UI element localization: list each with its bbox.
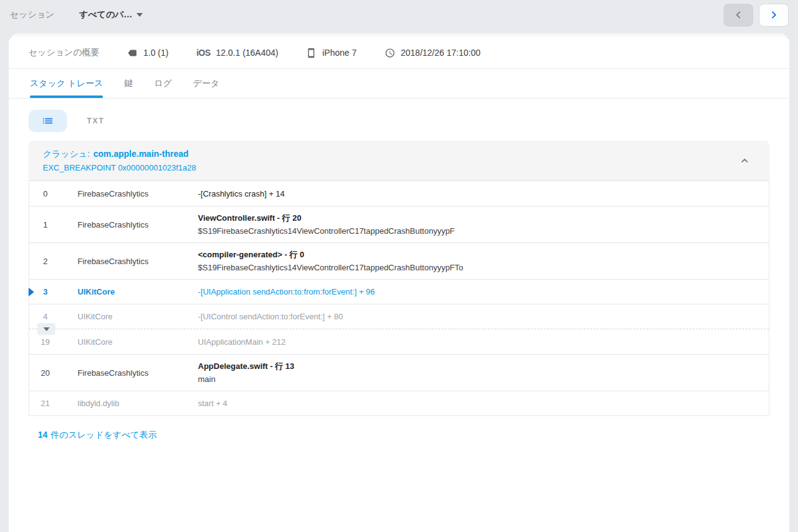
frame-subtitle: $S19FirebaseCrashlytics14ViewControllerC… (198, 262, 759, 273)
frame-library: FirebaseCrashlytics (61, 189, 177, 198)
next-session-button[interactable] (759, 4, 789, 27)
stack-frame-row: 20 FirebaseCrashlytics AppDelegate.swift… (29, 354, 769, 391)
frame-detail: -[UIApplication sendAction:to:from:forEv… (177, 280, 769, 303)
clock-icon (385, 48, 395, 58)
frame-index: 0 (29, 189, 61, 198)
stack-frame-row: 1 FirebaseCrashlytics ViewController.swi… (29, 206, 769, 242)
frame-library: FirebaseCrashlytics (61, 220, 177, 229)
frame-index: 1 (29, 220, 61, 229)
timestamp-badge: 2018/12/26 17:10:00 (385, 48, 480, 58)
ios-logo-icon: iOS (196, 48, 210, 58)
device-value: iPhone 7 (322, 48, 356, 58)
frame-subtitle: main (198, 374, 759, 384)
app-version-badge: 1.0 (1) (127, 48, 168, 58)
list-icon (42, 115, 54, 127)
crash-header: クラッシュ:com.apple.main-thread EXC_BREAKPOI… (29, 141, 769, 180)
os-version-badge: iOS 12.0.1 (16A404) (196, 48, 278, 58)
session-card: セッションの概要 1.0 (1) iOS 12.0.1 (16A404) iPh… (9, 37, 789, 532)
show-all-threads-link[interactable]: 14件のスレッドをすべて表示 (38, 430, 157, 441)
crashlytics-session-page: セッション すべてのバ… セッションの概要 1.0 (1) iO (0, 0, 798, 532)
crash-type-label: クラッシュ: (43, 149, 90, 159)
collapsed-frames-divider (29, 329, 769, 329)
expand-frames-button[interactable] (37, 323, 55, 335)
tab-data[interactable]: データ (193, 69, 220, 98)
tab-keys[interactable]: 鍵 (124, 69, 133, 98)
crash-header-text: クラッシュ:com.apple.main-thread EXC_BREAKPOI… (43, 149, 196, 172)
frame-title: AppDelegate.swift - 行 13 (198, 361, 759, 371)
tab-bar: スタック トレース 鍵 ログ データ (9, 69, 789, 99)
crash-thread-name: com.apple.main-thread (94, 149, 189, 159)
view-toolbar: TXT (29, 110, 769, 132)
txt-view-button[interactable]: TXT (87, 117, 105, 125)
session-label: セッション (10, 9, 55, 20)
stack-trace-content: TXT クラッシュ:com.apple.main-thread EXC_BREA… (9, 99, 789, 532)
crash-panel: クラッシュ:com.apple.main-thread EXC_BREAKPOI… (29, 141, 769, 416)
version-filter-label: すべてのバ… (79, 9, 133, 20)
stack-frame-row: 21 libdyld.dylib start + 4 (29, 391, 769, 415)
dropdown-caret-icon (137, 13, 143, 17)
frame-detail: start + 4 (177, 392, 769, 415)
tab-logs[interactable]: ログ (154, 69, 172, 98)
version-tag-icon (127, 48, 138, 58)
tab-stack-trace[interactable]: スタック トレース (30, 69, 103, 98)
frame-title: <compiler-generated> - 行 0 (198, 249, 759, 260)
frame-title: -[UIControl sendAction:to:forEvent:] + 8… (198, 311, 759, 322)
stack-frame-table: 0 FirebaseCrashlytics -[Crashlytics cras… (29, 180, 769, 416)
crash-title: クラッシュ:com.apple.main-thread (43, 149, 196, 160)
frame-index: 19 (29, 337, 61, 347)
session-card-stack: セッションの概要 1.0 (1) iOS 12.0.1 (16A404) iPh… (9, 33, 789, 532)
os-version-value: 12.0.1 (16A404) (216, 48, 278, 58)
frame-detail: -[UIControl sendAction:to:forEvent:] + 8… (177, 305, 769, 328)
smartphone-icon (306, 48, 316, 58)
frame-subtitle: $S19FirebaseCrashlytics14ViewControllerC… (198, 226, 759, 236)
frame-detail: ViewController.swift - 行 20 $S19Firebase… (177, 206, 769, 242)
stack-frame-row: 3 UIKitCore -[UIApplication sendAction:t… (29, 279, 769, 304)
stack-frame-row: 19 UIKitCore UIApplicationMain + 212 (29, 329, 769, 354)
frame-detail: -[Crashlytics crash] + 14 (177, 182, 769, 205)
stack-frame-row: 4 UIKitCore -[UIControl sendAction:to:fo… (29, 304, 769, 329)
frame-index: 21 (29, 399, 61, 408)
chevron-left-icon (733, 10, 743, 20)
version-filter-dropdown[interactable]: すべてのバ… (79, 9, 143, 20)
frame-library: UIKitCore (61, 312, 177, 321)
session-overview-title: セッションの概要 (29, 47, 99, 58)
frame-title: UIApplicationMain + 212 (198, 337, 759, 347)
crash-frame-marker-icon (29, 288, 34, 296)
frame-library: libdyld.dylib (61, 399, 177, 408)
chevron-up-icon (738, 154, 751, 167)
top-bar: セッション すべてのバ… (0, 0, 798, 30)
frame-title: -[Crashlytics crash] + 14 (198, 188, 759, 199)
frame-title: -[UIApplication sendAction:to:from:forEv… (198, 286, 759, 297)
session-overview-bar: セッションの概要 1.0 (1) iOS 12.0.1 (16A404) iPh… (9, 37, 789, 69)
frame-title: ViewController.swift - 行 20 (198, 213, 759, 223)
stack-frame-row: 2 FirebaseCrashlytics <compiler-generate… (29, 242, 769, 279)
frame-library: FirebaseCrashlytics (61, 257, 177, 266)
frame-detail: UIApplicationMain + 212 (177, 330, 769, 353)
app-version-value: 1.0 (1) (143, 48, 168, 58)
frame-index: 4 (29, 312, 61, 321)
frame-library: UIKitCore (61, 287, 177, 296)
device-badge: iPhone 7 (306, 48, 356, 58)
frame-index: 20 (29, 368, 61, 378)
frame-index: 2 (29, 257, 61, 266)
crash-exception: EXC_BREAKPOINT 0x00000001023f1a28 (43, 163, 196, 172)
frame-title: start + 4 (198, 398, 759, 409)
frame-detail: AppDelegate.swift - 行 13 main (177, 355, 769, 391)
frame-library: FirebaseCrashlytics (61, 368, 177, 378)
list-view-button[interactable] (29, 110, 67, 132)
collapse-thread-button[interactable] (736, 152, 753, 169)
show-all-threads-label: 件のスレッドをすべて表示 (51, 430, 157, 440)
stack-frame-row: 0 FirebaseCrashlytics -[Crashlytics cras… (29, 181, 769, 206)
previous-session-button[interactable] (724, 4, 753, 27)
expand-caret-icon (43, 327, 50, 331)
timestamp-value: 2018/12/26 17:10:00 (401, 48, 480, 58)
frame-library: UIKitCore (61, 337, 177, 347)
thread-count: 14 (38, 430, 48, 440)
chevron-right-icon (769, 10, 779, 20)
frame-detail: <compiler-generated> - 行 0 $S19FirebaseC… (177, 243, 769, 279)
